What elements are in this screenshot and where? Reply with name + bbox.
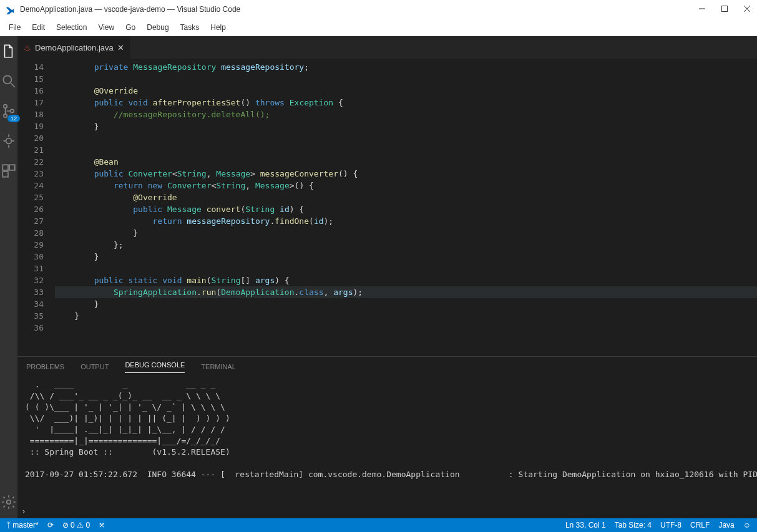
extensions-icon[interactable]	[0, 162, 17, 180]
svg-point-8	[11, 109, 14, 112]
status-bar: ᛘ master* ⟳ ⊘ 0 ⚠ 0 ⤧ Ln 33, Col 1 Tab S…	[0, 518, 757, 532]
menu-help[interactable]: Help	[205, 21, 231, 34]
svg-rect-15	[9, 165, 15, 170]
branch-name: master*	[12, 521, 38, 530]
menu-debug[interactable]: Debug	[142, 21, 173, 34]
tab-label: DemoApplication.java	[35, 43, 114, 52]
line-gutter: 1415161718192021222324252627282930313233…	[17, 59, 55, 356]
title-bar: DemoApplication.java — vscode-java-demo …	[0, 0, 757, 19]
debug-running-icon[interactable]: ⤧	[99, 521, 105, 530]
language-mode[interactable]: Java	[718, 521, 734, 530]
eol[interactable]: CRLF	[690, 521, 710, 530]
debug-console-input-prefix[interactable]: ›	[17, 507, 757, 518]
debug-console-output[interactable]: . ____ _ __ _ _ /\\ / ___'_ __ _ _(_)_ _…	[17, 377, 757, 507]
vscode-logo-icon	[5, 4, 15, 14]
panel-tab-output[interactable]: OUTPUT	[81, 363, 109, 370]
problems-button[interactable]: ⊘ 0 ⚠ 0	[62, 521, 90, 530]
editor-area: ♨ DemoApplication.java ✕ ⋯ 1415161718192…	[17, 36, 757, 518]
svg-rect-16	[2, 172, 8, 177]
menu-go[interactable]: Go	[120, 21, 140, 34]
svg-rect-14	[2, 165, 8, 170]
window-title: DemoApplication.java — vscode-java-demo …	[20, 5, 698, 14]
editor-tabs: ♨ DemoApplication.java ✕ ⋯	[17, 36, 757, 59]
svg-rect-1	[722, 6, 728, 12]
close-tab-icon[interactable]: ✕	[117, 43, 124, 52]
java-file-icon: ♨	[24, 43, 31, 52]
svg-point-9	[6, 138, 12, 144]
panel-tab-bar: PROBLEMSOUTPUTDEBUG CONSOLETERMINAL ≡ ⌃ …	[17, 357, 757, 377]
sync-button[interactable]: ⟳	[47, 521, 54, 530]
bottom-panel: PROBLEMSOUTPUTDEBUG CONSOLETERMINAL ≡ ⌃ …	[17, 356, 757, 518]
minimize-button[interactable]	[698, 5, 707, 14]
code-content[interactable]: private MessageRepository messageReposit…	[55, 59, 757, 356]
errors-count: 0	[71, 521, 75, 530]
menu-selection[interactable]: Selection	[51, 21, 92, 34]
cursor-position[interactable]: Ln 33, Col 1	[565, 521, 606, 530]
warnings-count: 0	[85, 521, 90, 530]
close-button[interactable]	[743, 5, 752, 14]
menu-file[interactable]: File	[4, 21, 26, 34]
explorer-icon[interactable]	[0, 42, 17, 60]
source-control-icon[interactable]: 12	[0, 102, 17, 120]
debug-icon[interactable]	[0, 132, 17, 150]
panel-tab-problems[interactable]: PROBLEMS	[26, 363, 64, 370]
editor-body[interactable]: 1415161718192021222324252627282930313233…	[17, 59, 757, 356]
git-branch-button[interactable]: ᛘ master*	[6, 521, 39, 530]
maximize-button[interactable]	[721, 5, 730, 14]
search-icon[interactable]	[0, 72, 17, 90]
tab-demoapplication[interactable]: ♨ DemoApplication.java ✕	[17, 36, 131, 59]
svg-line-5	[11, 83, 15, 87]
menu-view[interactable]: View	[93, 21, 119, 34]
svg-point-4	[3, 75, 11, 84]
feedback-icon[interactable]: ☺	[743, 521, 751, 530]
panel-tab-terminal[interactable]: TERMINAL	[201, 363, 236, 370]
panel-tab-debug-console[interactable]: DEBUG CONSOLE	[125, 361, 185, 373]
menu-edit[interactable]: Edit	[27, 21, 50, 34]
svg-point-17	[7, 500, 11, 505]
tab-size[interactable]: Tab Size: 4	[615, 521, 652, 530]
settings-gear-icon[interactable]	[0, 493, 17, 511]
menu-bar: FileEditSelectionViewGoDebugTasksHelp	[0, 19, 757, 36]
activity-bar: 12	[0, 36, 17, 518]
svg-point-6	[4, 105, 7, 108]
menu-tasks[interactable]: Tasks	[175, 21, 205, 34]
encoding[interactable]: UTF-8	[660, 521, 681, 530]
svg-point-7	[4, 114, 7, 117]
